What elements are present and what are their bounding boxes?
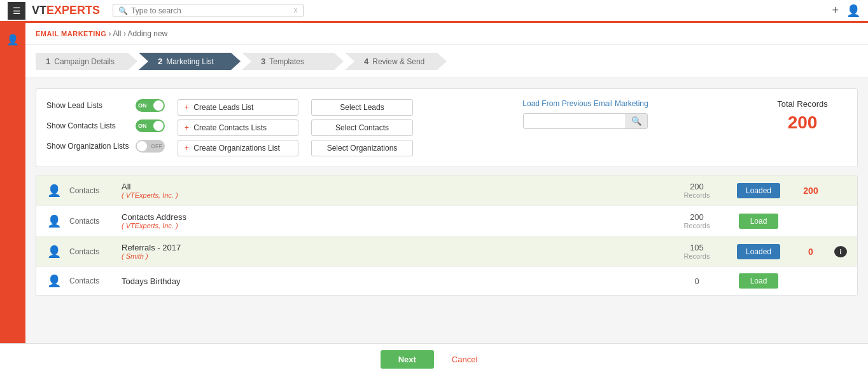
select-contacts-button[interactable]: Select Contacts <box>311 119 413 136</box>
row-action-1: Loaded <box>730 183 787 198</box>
rec-num-1: 200 <box>671 182 722 191</box>
layout: 👤 EMAIL MARKETING › All › Adding new 1 C… <box>0 23 868 375</box>
list-name-4: Todays Birthday <box>122 276 664 286</box>
step-4-num: 4 <box>364 57 368 66</box>
load-button-2[interactable]: Load <box>739 214 779 229</box>
rec-label-2: Records <box>671 222 722 229</box>
step-2-label: Marketing List <box>166 57 214 66</box>
create-orgs-list-label: Create Organizations List <box>193 144 279 153</box>
select-contacts-label: Select Contacts <box>335 123 389 132</box>
toggle-orgs-switch[interactable]: OFF <box>136 140 165 153</box>
steps-bar: 1 Campaign Details 2 Marketing List 3 Te… <box>25 45 868 78</box>
total-title: Total Records <box>758 99 847 109</box>
toggle-contacts-label: Show Contacts Lists <box>46 121 129 130</box>
load-from-input[interactable] <box>524 114 626 128</box>
list-name-3: Referrals - 2017 <box>122 243 664 252</box>
loaded-button-3[interactable]: Loaded <box>737 244 780 259</box>
toggle-contacts: Show Contacts Lists ON <box>46 119 165 132</box>
toggle-orgs-knob <box>137 141 147 151</box>
step-2[interactable]: 2 Marketing List <box>139 53 241 70</box>
toggle-contacts-knob <box>153 121 164 131</box>
breadcrumb-current: Adding new <box>128 29 168 38</box>
next-button[interactable]: Next <box>381 350 434 369</box>
toggles-column: Show Lead Lists ON Show Contacts Lists O… <box>46 99 165 153</box>
sidebar: 👤 <box>0 23 25 375</box>
row-records-2: 200 Records <box>671 212 722 229</box>
create-leads-list-button[interactable]: + Create Leads List <box>178 99 298 116</box>
select-leads-button[interactable]: Select Leads <box>311 99 413 116</box>
top-nav: ☰ VTEXPERTS 🔍 ☓ + 👤 <box>0 0 868 23</box>
row-name-2: Contacts Address ( VTExperts, Inc. ) <box>122 212 664 229</box>
breadcrumb: EMAIL MARKETING › All › Adding new <box>25 23 868 45</box>
loaded-button-1[interactable]: Loaded <box>737 183 780 198</box>
load-from-search: 🔍 <box>523 113 648 129</box>
row-name-1: All ( VTExperts, Inc. ) <box>122 182 664 199</box>
logo-vt: VT <box>32 4 46 17</box>
create-contacts-list-button[interactable]: + Create Contacts Lists <box>178 119 298 136</box>
logo-experts: EXPERTS <box>46 4 100 17</box>
row-name-4: Todays Birthday <box>122 276 664 286</box>
table-row: 👤 Contacts Todays Birthday 0 Load <box>36 267 857 296</box>
toggle-orgs: Show Organization Lists OFF <box>46 140 165 153</box>
content-area: Show Lead Lists ON Show Contacts Lists O… <box>25 78 868 306</box>
search-bar: 🔍 ☓ <box>113 4 304 17</box>
rec-num-3: 105 <box>671 243 722 252</box>
step-3-label: Templates <box>269 57 304 66</box>
row-records-4: 0 <box>671 276 722 286</box>
row-records-3: 105 Records <box>671 243 722 260</box>
module-label: EMAIL MARKETING <box>36 30 106 38</box>
select-leads-label: Select Leads <box>340 103 384 112</box>
toggle-orgs-text: OFF <box>151 143 162 149</box>
toggle-leads-text: ON <box>138 102 147 109</box>
step-3[interactable]: 3 Templates <box>242 53 344 70</box>
footer: Next Cancel <box>0 343 868 375</box>
cancel-button[interactable]: Cancel <box>442 350 487 369</box>
row-type-1: Contacts <box>69 186 114 195</box>
clear-search-icon[interactable]: ☓ <box>293 6 298 15</box>
total-column: Total Records 200 <box>758 99 847 133</box>
contact-icon-4: 👤 <box>46 274 62 288</box>
select-orgs-label: Select Organizations <box>327 144 398 153</box>
list-sub-3: ( Smith ) <box>122 252 664 260</box>
row-action-3: Loaded <box>730 244 787 259</box>
add-icon[interactable]: + <box>832 4 839 18</box>
toggle-leads-switch[interactable]: ON <box>136 99 165 112</box>
row-count-3: 0 <box>795 247 827 257</box>
list-name-1: All <box>122 182 664 191</box>
toggle-contacts-text: ON <box>138 123 147 129</box>
rec-num-4: 0 <box>671 276 722 286</box>
step-1-label: Campaign Details <box>54 57 115 66</box>
row-count-1: 200 <box>795 186 827 196</box>
load-from-title: Load From Previous Email Marketing <box>522 99 648 108</box>
breadcrumb-all[interactable]: All <box>113 29 121 38</box>
step-2-num: 2 <box>158 57 162 66</box>
load-from-search-button[interactable]: 🔍 <box>626 114 647 128</box>
plus-icon-1: + <box>185 103 189 112</box>
toggle-leads: Show Lead Lists ON <box>46 99 165 112</box>
load-button-4[interactable]: Load <box>739 273 779 289</box>
actions-column: + Create Leads List + Create Contacts Li… <box>178 99 298 156</box>
search-icon: 🔍 <box>118 6 128 15</box>
sidebar-home-icon[interactable]: 👤 <box>1 28 24 51</box>
hamburger-menu[interactable]: ☰ <box>8 2 25 20</box>
plus-icon-3: + <box>185 144 189 153</box>
toggle-contacts-switch[interactable]: ON <box>136 119 165 132</box>
select-orgs-button[interactable]: Select Organizations <box>311 140 413 156</box>
search-input[interactable] <box>131 6 293 15</box>
select-column: Select Leads Select Contacts Select Orga… <box>311 99 413 156</box>
list-sub-2: ( VTExperts, Inc. ) <box>122 222 664 229</box>
toggle-leads-label: Show Lead Lists <box>46 101 129 110</box>
contact-icon-2: 👤 <box>46 214 62 228</box>
step-1-num: 1 <box>46 57 50 66</box>
nav-actions: + 👤 <box>832 4 860 18</box>
step-4[interactable]: 4 Review & Send <box>345 53 447 70</box>
info-icon-3[interactable]: i <box>834 246 847 257</box>
create-contacts-list-label: Create Contacts Lists <box>193 123 267 132</box>
create-orgs-list-button[interactable]: + Create Organizations List <box>178 140 298 156</box>
row-type-4: Contacts <box>69 276 114 285</box>
step-1[interactable]: 1 Campaign Details <box>36 53 137 70</box>
plus-icon-2: + <box>185 123 189 132</box>
toggle-leads-knob <box>153 100 164 111</box>
user-icon[interactable]: 👤 <box>846 4 860 18</box>
list-table: 👤 Contacts All ( VTExperts, Inc. ) 200 R… <box>36 175 858 296</box>
